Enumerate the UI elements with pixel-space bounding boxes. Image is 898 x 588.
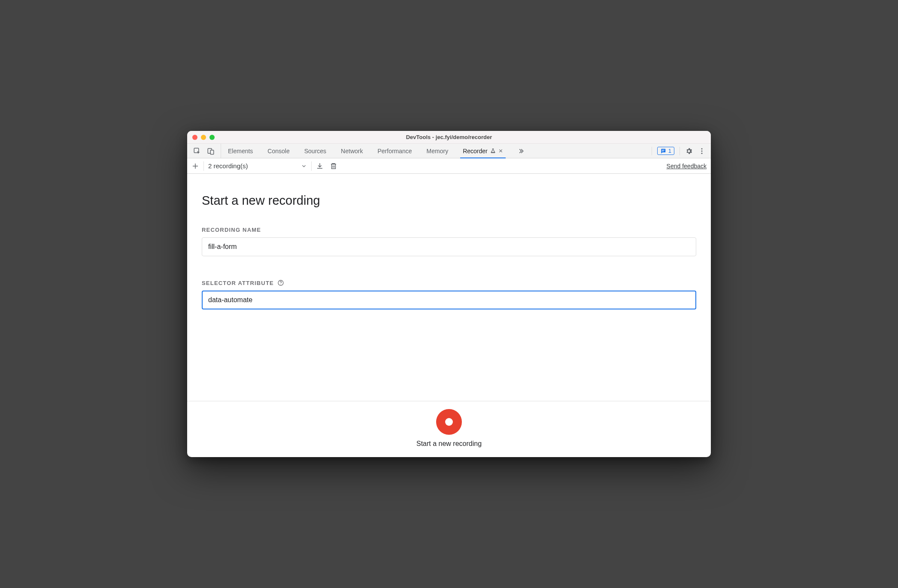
recordings-dropdown[interactable]: 2 recording(s): [208, 162, 307, 170]
device-toggle-icon[interactable]: [207, 147, 215, 155]
tab-label: Memory: [427, 148, 449, 155]
window-close-button[interactable]: [192, 135, 197, 140]
titlebar: DevTools - jec.fyi/demo/recorder: [187, 131, 711, 144]
recorder-content: Start a new recording RECORDING NAME SEL…: [187, 174, 711, 401]
tab-sources[interactable]: Sources: [304, 144, 326, 158]
selector-attribute-label: SELECTOR ATTRIBUTE: [202, 279, 696, 286]
tab-network[interactable]: Network: [341, 144, 363, 158]
svg-rect-4: [662, 151, 664, 151]
recorder-toolbar: 2 recording(s) Send feedback: [187, 158, 711, 174]
inspect-icon[interactable]: [193, 147, 201, 155]
selector-attribute-group: SELECTOR ATTRIBUTE: [202, 279, 696, 309]
tab-performance[interactable]: Performance: [377, 144, 412, 158]
window-minimize-button[interactable]: [201, 135, 206, 140]
recorder-footer: Start a new recording: [187, 401, 711, 457]
tab-label: Performance: [377, 148, 412, 155]
flask-icon: [490, 148, 496, 154]
start-recording-label: Start a new recording: [416, 440, 482, 448]
tab-recorder[interactable]: Recorder: [463, 144, 503, 158]
devtools-window: DevTools - jec.fyi/demo/recorder Element…: [187, 131, 711, 457]
svg-point-5: [701, 148, 703, 149]
more-tabs-icon[interactable]: [518, 148, 525, 155]
recordings-dropdown-label: 2 recording(s): [208, 162, 248, 170]
separator: [311, 161, 312, 171]
svg-point-6: [701, 150, 703, 152]
divider: [680, 147, 680, 155]
recording-name-label: RECORDING NAME: [202, 227, 696, 233]
tab-label: Recorder: [463, 148, 488, 155]
chevron-down-icon: [301, 163, 307, 169]
separator: [203, 161, 204, 171]
issues-button[interactable]: 1: [657, 147, 674, 155]
traffic-lights: [187, 135, 215, 140]
window-title: DevTools - jec.fyi/demo/recorder: [187, 134, 711, 140]
window-zoom-button[interactable]: [209, 135, 215, 140]
kebab-menu-icon[interactable]: [698, 147, 706, 155]
tabstrip-right: 1: [646, 144, 711, 158]
tabs-container: Elements Console Sources Network Perform…: [221, 144, 646, 158]
tab-elements[interactable]: Elements: [228, 144, 253, 158]
divider: [652, 147, 652, 155]
download-icon[interactable]: [316, 162, 324, 170]
svg-rect-2: [210, 150, 214, 154]
svg-rect-3: [662, 150, 664, 150]
tab-memory[interactable]: Memory: [427, 144, 449, 158]
selector-attribute-input[interactable]: [202, 291, 696, 309]
trash-icon[interactable]: [330, 162, 337, 170]
tab-console[interactable]: Console: [267, 144, 289, 158]
page-title: Start a new recording: [202, 194, 696, 208]
add-recording-button[interactable]: [191, 162, 199, 170]
tabstrip-left: [187, 144, 221, 158]
record-dot-icon: [445, 418, 453, 426]
tab-label: Network: [341, 148, 363, 155]
recording-name-group: RECORDING NAME: [202, 227, 696, 256]
send-feedback-link[interactable]: Send feedback: [667, 163, 707, 170]
tabstrip: Elements Console Sources Network Perform…: [187, 144, 711, 158]
svg-point-9: [280, 284, 281, 285]
close-tab-icon[interactable]: [498, 149, 503, 153]
tab-label: Sources: [304, 148, 326, 155]
selector-attribute-label-text: SELECTOR ATTRIBUTE: [202, 280, 274, 286]
svg-point-7: [701, 152, 703, 154]
issues-count: 1: [668, 148, 671, 154]
start-recording-button[interactable]: [436, 409, 462, 435]
tab-label: Elements: [228, 148, 253, 155]
tab-label: Console: [267, 148, 289, 155]
help-icon[interactable]: [277, 279, 284, 286]
message-icon: [660, 148, 666, 154]
recording-name-input[interactable]: [202, 237, 696, 256]
gear-icon[interactable]: [685, 147, 693, 155]
